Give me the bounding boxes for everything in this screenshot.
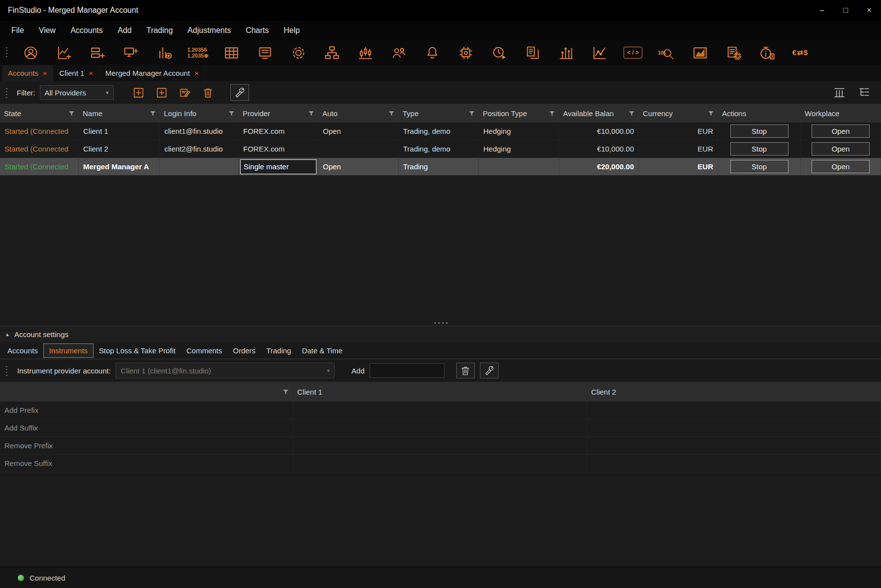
- splitter-handle[interactable]: [433, 322, 448, 324]
- line-chart-icon[interactable]: [584, 42, 615, 63]
- delete-instrument-icon[interactable]: [456, 363, 475, 378]
- client-1-value-cell[interactable]: [293, 437, 587, 454]
- tab-settings-comments[interactable]: Comments: [181, 344, 228, 357]
- account-wrench-icon[interactable]: [230, 84, 249, 101]
- instrument-wrench-icon[interactable]: [480, 363, 499, 378]
- tab-settings-orders[interactable]: Orders: [227, 344, 261, 357]
- linked-users-icon[interactable]: [383, 42, 414, 63]
- monitor-add-icon[interactable]: [116, 42, 146, 63]
- column-header-available-balance[interactable]: Available Balan: [559, 104, 639, 123]
- menu-trading[interactable]: Trading: [139, 21, 180, 40]
- stop-button[interactable]: Stop: [730, 160, 788, 173]
- document-settings-icon[interactable]: [718, 42, 749, 63]
- tab-client-1[interactable]: Client 1 ×: [53, 65, 99, 81]
- menu-help[interactable]: Help: [276, 21, 307, 40]
- org-chart-icon[interactable]: [316, 42, 347, 63]
- edit-account-icon[interactable]: [176, 84, 194, 101]
- client-2-value-cell[interactable]: [587, 455, 881, 472]
- client-2-value-cell[interactable]: [587, 402, 881, 419]
- menu-charts[interactable]: Charts: [238, 21, 276, 40]
- menu-accounts[interactable]: Accounts: [63, 21, 110, 40]
- price-quote-icon[interactable]: 1.20356 1.2035⊕: [183, 42, 213, 63]
- tab-settings-accounts[interactable]: Accounts: [2, 344, 43, 357]
- row-header-column[interactable]: [0, 382, 293, 402]
- toolbar-grip[interactable]: [5, 46, 8, 59]
- notes-icon[interactable]: [250, 42, 280, 63]
- table-row[interactable]: Started (Connected Client 1 client1@fin.…: [0, 123, 881, 140]
- filter-funnel-icon[interactable]: [228, 110, 235, 117]
- menu-file[interactable]: File: [4, 21, 31, 40]
- tab-settings-stop-loss[interactable]: Stop Loss & Take Profit: [94, 344, 181, 357]
- add-account-icon[interactable]: [129, 84, 148, 101]
- search-values-icon[interactable]: 101: [651, 42, 682, 63]
- close-icon[interactable]: ×: [857, 0, 881, 21]
- delete-account-icon[interactable]: [199, 84, 218, 101]
- area-chart-icon[interactable]: [685, 42, 715, 63]
- stop-button[interactable]: Stop: [730, 142, 788, 155]
- filterbar-grip[interactable]: [5, 87, 8, 98]
- collapse-arrow-icon[interactable]: ▲: [5, 332, 10, 337]
- open-workplace-button[interactable]: Open: [812, 142, 870, 155]
- automation-chip-icon[interactable]: [450, 42, 481, 63]
- documents-icon[interactable]: [517, 42, 548, 63]
- column-header-client-1[interactable]: Client 1: [293, 382, 587, 402]
- client-2-value-cell[interactable]: [587, 437, 881, 454]
- column-chooser-icon[interactable]: [830, 84, 849, 101]
- column-header-position-type[interactable]: Position Type: [479, 104, 559, 123]
- instrument-provider-dropdown[interactable]: Client 1 (client1@fin.studio) ▾: [116, 363, 335, 378]
- column-header-name[interactable]: Name: [79, 104, 160, 123]
- tab-merged-manager-account[interactable]: Merged Manager Account ×: [99, 65, 205, 81]
- filter-funnel-icon[interactable]: [283, 389, 289, 395]
- columns-add-icon[interactable]: [149, 42, 180, 63]
- filter-funnel-icon[interactable]: [308, 110, 315, 117]
- menu-adjustments[interactable]: Adjustments: [180, 21, 238, 40]
- filter-funnel-icon[interactable]: [549, 110, 555, 117]
- tab-settings-trading[interactable]: Trading: [261, 344, 296, 357]
- add-merged-account-icon[interactable]: [153, 84, 171, 101]
- column-header-client-2[interactable]: Client 2: [587, 382, 881, 402]
- maximize-icon[interactable]: □: [834, 0, 857, 21]
- tab-settings-date-time[interactable]: Date & Time: [296, 344, 348, 357]
- timer-info-icon[interactable]: [752, 42, 782, 63]
- clock-play-icon[interactable]: [484, 42, 514, 63]
- user-account-icon[interactable]: [15, 42, 46, 63]
- settings-gear-icon[interactable]: [283, 42, 314, 63]
- filter-funnel-icon[interactable]: [629, 110, 635, 117]
- table-grid-icon[interactable]: [216, 42, 247, 63]
- client-2-value-cell[interactable]: [587, 419, 881, 436]
- close-tab-icon[interactable]: ×: [194, 69, 199, 77]
- menu-view[interactable]: View: [31, 21, 63, 40]
- filter-funnel-icon[interactable]: [150, 110, 156, 117]
- chart-add-icon[interactable]: [49, 42, 79, 63]
- client-1-value-cell[interactable]: [293, 455, 587, 472]
- column-header-currency[interactable]: Currency: [639, 104, 718, 123]
- filter-funnel-icon[interactable]: [708, 110, 714, 117]
- column-header-actions[interactable]: Actions: [718, 104, 801, 123]
- tab-settings-instruments[interactable]: Instruments: [43, 343, 94, 358]
- column-header-state[interactable]: State: [0, 104, 79, 123]
- client-1-value-cell[interactable]: [293, 402, 587, 419]
- table-row[interactable]: Started (Connected Client 2 client2@fin.…: [0, 140, 881, 158]
- rows-add-icon[interactable]: [82, 42, 113, 63]
- stop-button[interactable]: Stop: [730, 124, 788, 138]
- table-row-selected[interactable]: Started (Connected Merged Manager A Sing…: [0, 158, 881, 176]
- close-tab-icon[interactable]: ×: [89, 69, 93, 77]
- code-icon[interactable]: < / >: [618, 42, 648, 63]
- column-header-provider[interactable]: Provider: [239, 104, 318, 123]
- tab-accounts[interactable]: Accounts ×: [2, 65, 53, 81]
- column-header-login-info[interactable]: Login Info: [160, 104, 239, 123]
- account-settings-header[interactable]: ▲ Account settings: [0, 326, 881, 342]
- open-workplace-button[interactable]: Open: [812, 160, 870, 173]
- filter-funnel-icon[interactable]: [469, 110, 475, 117]
- group-panel-icon[interactable]: [854, 84, 873, 101]
- menu-add[interactable]: Add: [110, 21, 139, 40]
- provider-filter-dropdown[interactable]: All Providers ▾: [40, 85, 114, 100]
- filter-funnel-icon[interactable]: [68, 110, 75, 117]
- close-tab-icon[interactable]: ×: [43, 69, 47, 77]
- currency-exchange-icon[interactable]: €⇄$: [785, 42, 816, 63]
- candle-chart-icon[interactable]: [350, 42, 380, 63]
- column-header-type[interactable]: Type: [399, 104, 479, 123]
- column-header-workplace[interactable]: Workplace: [801, 104, 881, 123]
- bar-chart-icon[interactable]: [551, 42, 581, 63]
- notification-bell-icon[interactable]: [417, 42, 447, 63]
